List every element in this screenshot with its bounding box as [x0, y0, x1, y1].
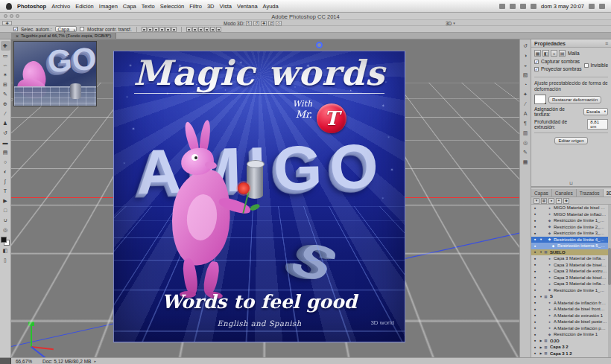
menu-edici-n[interactable]: Edición [75, 3, 94, 10]
filter-constraint-icon[interactable]: ◆ [563, 198, 569, 204]
3d-item[interactable]: ●◆Restricción de límite 1_Capa 3_0 [531, 287, 611, 294]
history-panel-icon[interactable]: ↺ [522, 42, 530, 50]
axis-widget[interactable] [19, 316, 59, 355]
pen-tool[interactable]: ∫ [1, 176, 10, 186]
distribute-left-edges[interactable] [204, 27, 209, 32]
menu-imagen[interactable]: Imagen [99, 3, 118, 10]
eye-icon[interactable]: ● [531, 206, 539, 210]
healing-brush-tool[interactable]: ⊕ [1, 99, 10, 109]
eye-icon[interactable]: ● [531, 326, 539, 330]
workspace-switcher[interactable]: 3D ▾ [446, 20, 455, 26]
hand-tool[interactable]: ∪ [1, 215, 10, 225]
filter-material-icon[interactable]: ● [548, 198, 554, 204]
autoselect-target-dropdown[interactable]: Capa [55, 26, 77, 32]
tab-trazados[interactable]: Trazados [577, 189, 604, 197]
autoselect-checkbox[interactable]: ✓ [13, 27, 18, 31]
menu-ventana[interactable]: Ventana [237, 3, 258, 10]
notification-center-icon[interactable] [599, 4, 605, 9]
eye-icon[interactable]: ● [531, 307, 539, 311]
character-panel-icon[interactable]: A [522, 109, 530, 118]
catch-shadows-checkbox[interactable]: ✓ [534, 60, 539, 64]
battery-icon[interactable] [510, 4, 516, 9]
panel-menu-icon[interactable]: ≡ [605, 41, 608, 46]
spotlight-icon[interactable] [589, 4, 595, 9]
move-tool[interactable]: ✚ [1, 41, 10, 51]
extrusion-depth-field[interactable]: 8,81 cm [587, 119, 608, 130]
eye-icon[interactable]: ● [531, 237, 539, 241]
poster-artwork[interactable]: ✶✶✶✶✶✶✶✶✶✶✶✶✶✶✶✶✶✶✶✶✶✶✶✶ Magic words Wit… [113, 51, 405, 342]
texture-mapping-dropdown[interactable]: Escala [583, 108, 608, 115]
show-transform-checkbox[interactable] [80, 27, 84, 31]
color-panel-icon[interactable]: ◒ [522, 61, 530, 69]
3d-item[interactable]: ●◆Restricción de límite 3_MIGO [531, 230, 611, 237]
menu-3d[interactable]: 3D [207, 3, 215, 10]
3d-item[interactable]: ●▶▦Capa 3 2 [531, 344, 611, 351]
eye-icon[interactable]: ● [531, 288, 539, 292]
menu-capa[interactable]: Capa [123, 3, 136, 10]
eye-icon[interactable]: ● [531, 295, 539, 298]
paragraph-panel-icon[interactable]: ¶ [522, 119, 530, 127]
distribute-bottom-edges[interactable] [198, 27, 203, 32]
3d-item[interactable]: ●◆Restricción de límite 2_MIGO [531, 224, 611, 231]
twisty-icon[interactable]: ▼ [539, 237, 543, 241]
eye-icon[interactable]: ● [531, 313, 539, 317]
clone-source-panel-icon[interactable]: ▦ [522, 158, 530, 166]
display-icon[interactable] [499, 4, 505, 9]
camera-widget-icon[interactable] [316, 42, 323, 48]
eye-icon[interactable]: ● [531, 257, 539, 261]
align-right-edges[interactable] [171, 27, 177, 32]
eye-icon[interactable]: ● [531, 320, 539, 324]
crop-tool[interactable]: ⊞ [1, 80, 10, 89]
status-options-arrow[interactable]: ▸ [94, 359, 96, 363]
align-left-edges[interactable] [159, 27, 165, 32]
menu-texto[interactable]: Texto [142, 3, 155, 10]
3d-item[interactable]: ●●Capa 3 Material de inflación posterior… [531, 281, 611, 287]
3d-item[interactable]: ●▼◆Restricción de límite 4_MIGO [531, 237, 611, 243]
eye-icon[interactable]: ● [531, 282, 539, 286]
3d-item[interactable]: ●◆Restricción de límite 1 [531, 331, 611, 338]
eyedropper-tool[interactable]: ✎ [1, 89, 10, 99]
tab-capas[interactable]: Capas [531, 189, 552, 197]
adjustments-panel-icon[interactable]: ◔ [522, 80, 530, 89]
menu-ayuda[interactable]: Ayuda [263, 3, 279, 10]
lasso-tool[interactable]: ∽ [1, 60, 10, 70]
3d-item[interactable]: ●▼▦S [531, 293, 611, 300]
eye-icon[interactable]: ● [531, 219, 539, 223]
filter-mesh-icon[interactable]: ▦ [541, 198, 547, 204]
styles-panel-icon[interactable]: ✦ [522, 90, 530, 98]
filter-scene-icon[interactable]: ▼ [534, 198, 539, 204]
quick-mask-icon[interactable]: ◧ [1, 246, 10, 255]
3d-item[interactable]: ●●A Material de extrusión 1 [531, 313, 611, 319]
info-panel-icon[interactable]: ◑ [522, 51, 530, 60]
zoom-tool[interactable]: ◎ [1, 225, 10, 234]
menu-archivo[interactable]: Archivo [51, 3, 70, 10]
eye-icon[interactable]: ● [531, 339, 539, 342]
tab-canales[interactable]: Canales [552, 189, 577, 197]
secondary-3d-view[interactable]: GO [13, 41, 97, 106]
distribute-right-edges[interactable] [216, 27, 221, 32]
menu-selecci-n[interactable]: Selección [160, 3, 185, 10]
reset-deformation-button[interactable]: Restaurar deformación [548, 96, 601, 103]
distribute-horizontal-centers[interactable] [210, 27, 215, 32]
3d-item[interactable]: ●●A Material de bisel frontal 1 [531, 306, 611, 313]
type-tool[interactable]: T [1, 186, 10, 196]
3d-item[interactable]: ●●MIGO Material de bisel posterior [531, 205, 611, 211]
magic-wand-tool[interactable]: ✶ [1, 70, 10, 80]
3d-item[interactable]: ●●Capa 3 Material de bisel posterior-0-0 [531, 275, 611, 281]
eye-icon[interactable]: ● [531, 225, 539, 229]
3d-item[interactable]: ●●Capa 3 Material de extrusión 0-0 [531, 268, 611, 275]
align-top-edges[interactable] [142, 27, 147, 32]
filter-light-icon[interactable]: ✦ [556, 198, 562, 204]
3d-item[interactable]: ●●MIGO Material de inflación posterior [531, 211, 611, 218]
cast-shadows-checkbox[interactable]: ✓ [534, 67, 539, 71]
menu-filtro[interactable]: Filtro [189, 3, 202, 10]
3d-item[interactable]: ●●A Material de bisel posterior 1 [531, 319, 611, 325]
align-vertical-centers[interactable] [148, 27, 153, 32]
eye-icon[interactable]: ● [531, 244, 539, 248]
eye-icon[interactable]: ● [531, 232, 539, 235]
3d-item[interactable]: ●◆Restricción de límite 1_MIGO [531, 217, 611, 224]
3d-item[interactable]: ●●A Material de inflación frontal 1 [531, 300, 611, 307]
3d-roll-icon[interactable]: ↺ [253, 21, 259, 26]
3d-item[interactable]: ●●Capa 3 Material de inflación frontal 0… [531, 255, 611, 262]
input-source-icon[interactable] [531, 4, 536, 9]
